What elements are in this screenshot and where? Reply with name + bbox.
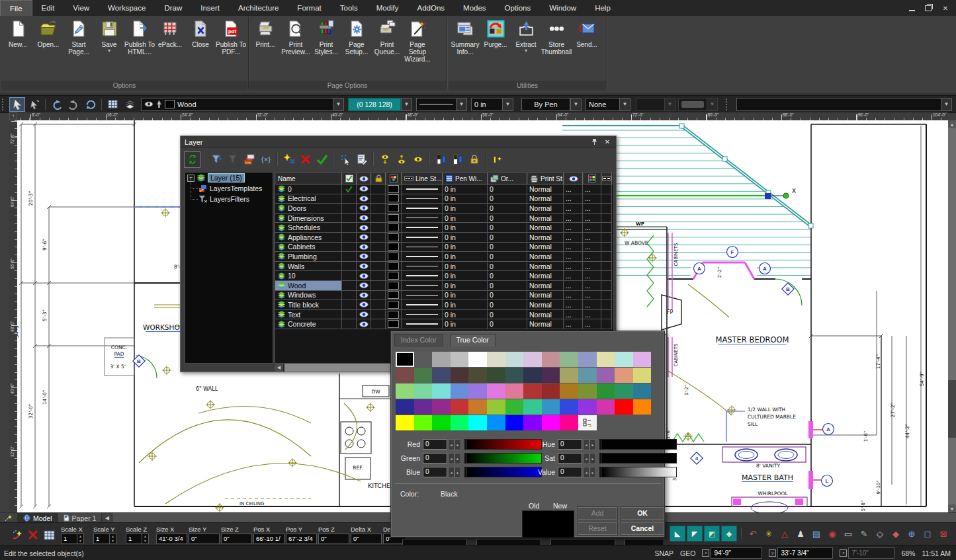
layer-printstyle-cell[interactable]: Normal [527,243,564,253]
coord-z-field[interactable]: 7'-10" [848,547,894,559]
color-dropdown[interactable]: ▼ [401,98,412,111]
dash-combo[interactable]: None▼ [586,98,630,111]
layer-lock-cell[interactable] [371,194,386,204]
layer-check-cell[interactable] [342,184,357,194]
field-input[interactable]: 0" [189,534,220,544]
color-swatch[interactable] [560,415,578,430]
color-swatch[interactable] [542,352,560,367]
layer-color-cell[interactable] [386,233,402,243]
layer-row-0[interactable]: 00 in0Normal...... [275,184,613,194]
color-swatch[interactable] [633,368,652,383]
spin-left-icon[interactable]: ◂ [448,439,455,450]
layer-penwidth-cell[interactable]: 0 in [443,310,488,320]
layer-lock-cell[interactable] [371,223,386,233]
color-swatch[interactable] [505,383,524,399]
color-swatch[interactable] [468,399,487,415]
node-edit-tool-button[interactable] [26,97,42,112]
layer-lock-cell[interactable] [371,204,386,214]
field-spinner[interactable]: ▲▼ [142,534,148,543]
color-swatch[interactable] [560,383,578,399]
blue-spinner[interactable]: ◂▸ [448,467,461,478]
column-visibility-icon[interactable] [357,173,371,184]
redo-all-button[interactable] [83,97,99,112]
field-spinner[interactable]: ▲▼ [77,534,83,543]
field-input[interactable]: 0" [351,534,382,544]
layer-more-cell[interactable]: ... [564,271,583,281]
hue-spinner[interactable]: ◂▸ [583,439,596,450]
layer-more-cell[interactable]: ... [564,319,583,329]
layer-more-cell[interactable]: ... [583,204,601,214]
page-setup-button[interactable]: Page Setup... [341,19,372,57]
layer-check-cell[interactable] [342,214,357,223]
layer-visibility-cell[interactable] [357,319,371,329]
isolate-layer-icon[interactable]: I [490,152,505,167]
color-swatch[interactable] [597,399,615,415]
layer-row-doors[interactable]: Doors0 in0Normal...... [275,204,613,214]
color-swatch[interactable] [451,415,469,430]
snap-toggle[interactable]: SNAP [654,549,674,557]
edit-box-icon[interactable]: ▭ [841,526,855,541]
color-swatch[interactable] [615,352,633,367]
menu-view[interactable]: View [64,0,99,16]
layer-linestyle-cell[interactable] [402,271,443,281]
publish-to-html-button[interactable]: Publish To HTML... [124,19,155,57]
start-page-button[interactable]: Start Page... [64,19,94,57]
layer-visibility-cell[interactable] [357,271,371,281]
layer-tree-templates[interactable]: LayersTemplates [185,183,273,194]
vertical-ruler[interactable]: 72'-0"64'-0"56'-0"48'-0"40'-0"32'-0" [9,120,17,512]
color-swatch[interactable] [414,383,433,399]
epack-button[interactable]: ePack... [155,19,185,50]
pin-icon[interactable] [589,138,599,146]
color-swatch[interactable] [451,368,469,383]
layer-linestyle-cell[interactable] [402,262,443,272]
color-swatch[interactable] [396,415,414,430]
layer-order-cell[interactable]: 0 [488,300,527,310]
layer-printstyle-cell[interactable]: Normal [527,319,564,329]
layer-penwidth-cell[interactable]: 0 in [443,223,488,233]
layer-printstyle-cell[interactable]: Normal [527,214,564,223]
layer-check-cell[interactable] [342,310,357,320]
color-swatch[interactable] [615,383,633,399]
layer-more-cell[interactable]: ... [583,223,601,233]
layer-penwidth-cell[interactable]: 0 in [443,291,488,301]
layer-more-cell[interactable]: ... [564,300,583,310]
horizontal-ruler[interactable]: 8'-0"16'-0"24'-0"32'-0"40'-0"48'-0"56'-0… [17,112,948,120]
layer-penwidth-cell[interactable]: 0 in [443,204,488,214]
layer-color-cell[interactable] [386,252,402,262]
spin-down-icon[interactable]: ▼ [142,539,148,543]
layer-name-cell[interactable]: Text [275,310,342,320]
layer-printstyle-cell[interactable]: Normal [527,271,564,281]
layer-more-cell[interactable]: ... [564,310,583,320]
color-swatch[interactable] [487,352,505,367]
copy-tool-icon[interactable]: ◇ [873,526,887,541]
layer-color-cell[interactable] [386,310,402,320]
layer-lock-cell[interactable] [371,184,386,194]
layer-sets-icon[interactable] [241,152,257,167]
layer-penwidth-cell[interactable]: 0 in [443,214,488,223]
layer-color-cell[interactable] [386,214,402,223]
scroll-down-icon[interactable]: ▼ [948,504,956,512]
layer-visibility-cell[interactable] [357,204,371,214]
angle-lock-icon[interactable]: ◻ [920,526,935,541]
layer-check-cell[interactable] [342,204,357,214]
extract-button[interactable]: Extract▼ [511,19,541,54]
column-style-icon[interactable] [433,152,449,167]
layer-tree-filters[interactable]: LayersFilters [185,194,273,204]
layer-name-cell[interactable]: Windows [275,291,342,301]
store-thumbnail-button[interactable]: Store Thumbnail [541,19,572,57]
layer-order-cell[interactable]: 0 [488,223,527,233]
layer-color-cell[interactable] [386,291,402,301]
layer-order-cell[interactable]: 0 [488,243,527,253]
draft-render-mode-icon[interactable]: ◣ [670,526,685,541]
layer-check-cell[interactable] [342,194,357,204]
column-color-icon[interactable] [386,173,402,184]
color-swatch[interactable] [468,352,487,367]
spin-right-icon[interactable]: ▸ [589,439,596,450]
reset-button[interactable]: Reset [578,522,617,535]
group-edit-icon[interactable]: ⊕ [904,526,919,541]
move-up-icon[interactable] [377,152,392,167]
layer-row-wood[interactable]: Wood0 in0Normal...... [275,281,613,291]
wireframe-mode-icon[interactable]: ◤ [687,526,703,541]
color-swatch[interactable] [633,352,652,367]
layer-penwidth-cell[interactable]: 0 in [443,281,488,291]
